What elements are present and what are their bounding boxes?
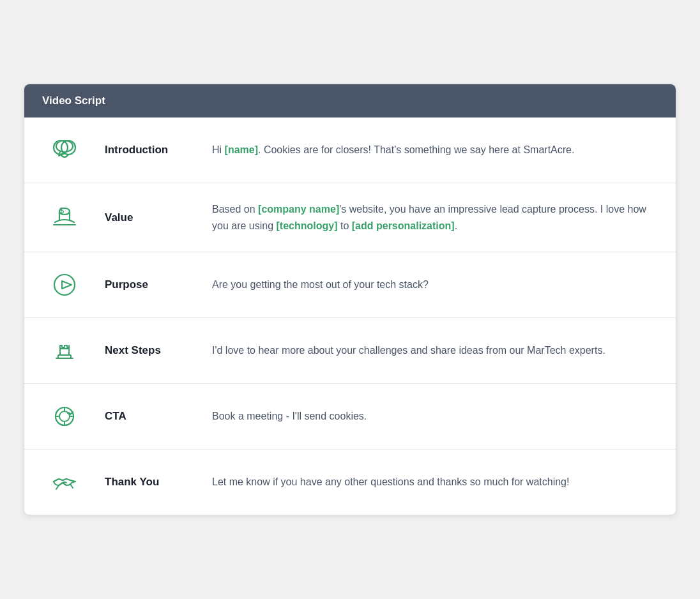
thank-you-label: Thank You (105, 476, 194, 489)
introduction-icon (42, 135, 87, 165)
next-steps-content: I'd love to hear more about your challen… (212, 342, 658, 359)
personalization-placeholder: [add personalization] (352, 220, 455, 231)
purpose-icon (42, 270, 87, 300)
row-purpose: Purpose Are you getting the most out of … (24, 252, 676, 318)
row-value: $ Value Based on [company name]'s websit… (24, 183, 676, 252)
thank-you-content: Let me know if you have any other questi… (212, 474, 658, 490)
value-label: Value (105, 211, 194, 224)
cta-icon (42, 402, 87, 431)
cta-label: CTA (105, 410, 194, 423)
video-script-card: Video Script Introduction Hi [name]. Coo… (24, 84, 676, 515)
technology-placeholder: [technology] (277, 220, 338, 231)
row-cta: CTA Book a meeting - I'll send cookies. (24, 384, 676, 450)
card-title: Video Script (42, 95, 105, 107)
company-name-placeholder: [company name] (258, 204, 339, 215)
value-content: Based on [company name]'s website, you h… (212, 201, 658, 234)
value-icon: $ (42, 203, 87, 232)
next-steps-label: Next Steps (105, 344, 194, 357)
name-placeholder: [name] (225, 144, 258, 155)
cta-content: Book a meeting - I'll send cookies. (212, 408, 658, 425)
purpose-content: Are you getting the most out of your tec… (212, 277, 658, 293)
purpose-label: Purpose (105, 278, 194, 291)
row-introduction: Introduction Hi [name]. Cookies are for … (24, 118, 676, 183)
card-header: Video Script (24, 84, 676, 118)
row-thank-you: Thank You Let me know if you have any ot… (24, 450, 676, 515)
row-next-steps: Next Steps I'd love to hear more about y… (24, 318, 676, 384)
next-steps-icon (42, 336, 87, 365)
introduction-label: Introduction (105, 144, 194, 156)
svg-marker-6 (62, 281, 72, 289)
svg-rect-8 (60, 349, 69, 355)
introduction-content: Hi [name]. Cookies are for closers! That… (212, 142, 658, 158)
thank-you-icon (42, 467, 87, 497)
